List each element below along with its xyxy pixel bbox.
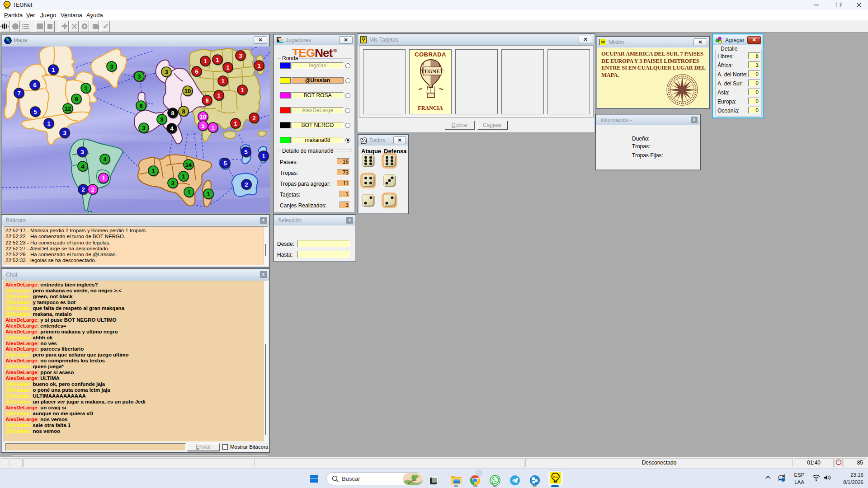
svg-text:6: 6 bbox=[33, 82, 36, 89]
svg-text:8: 8 bbox=[75, 96, 78, 103]
svg-text:8: 8 bbox=[205, 97, 208, 104]
svg-text:8: 8 bbox=[171, 110, 174, 117]
svg-text:4: 4 bbox=[103, 156, 107, 163]
svg-text:TEG: TEG bbox=[552, 475, 558, 478]
svg-text:1: 1 bbox=[257, 62, 260, 69]
svg-text:6: 6 bbox=[195, 68, 198, 75]
svg-text:2: 2 bbox=[91, 186, 94, 193]
svg-text:1: 1 bbox=[52, 66, 55, 73]
svg-text:1: 1 bbox=[241, 87, 244, 94]
svg-text:14: 14 bbox=[185, 161, 192, 168]
svg-text:1: 1 bbox=[187, 189, 190, 196]
svg-text:1: 1 bbox=[216, 56, 219, 63]
svg-text:5: 5 bbox=[244, 149, 247, 155]
svg-text:3: 3 bbox=[171, 180, 174, 187]
svg-text:3: 3 bbox=[80, 149, 84, 155]
svg-text:TEG: TEG bbox=[5, 3, 9, 6]
svg-text:3: 3 bbox=[239, 52, 242, 59]
svg-text:5: 5 bbox=[223, 160, 226, 167]
svg-text:1: 1 bbox=[151, 168, 155, 174]
svg-text:4: 4 bbox=[170, 125, 174, 132]
svg-text:7: 7 bbox=[17, 90, 20, 97]
svg-text:5: 5 bbox=[201, 122, 204, 129]
svg-text:6: 6 bbox=[139, 103, 142, 109]
svg-text:2: 2 bbox=[81, 186, 85, 193]
svg-text:8: 8 bbox=[160, 116, 163, 123]
svg-text:1: 1 bbox=[182, 173, 185, 180]
svg-text:3: 3 bbox=[63, 130, 66, 136]
svg-text:1: 1 bbox=[262, 153, 265, 160]
svg-text:TEGNET: TEGNET bbox=[421, 68, 443, 75]
svg-text:1: 1 bbox=[203, 58, 207, 65]
svg-text:8: 8 bbox=[182, 108, 185, 115]
svg-text:1: 1 bbox=[47, 120, 50, 127]
svg-text:12: 12 bbox=[65, 105, 71, 112]
svg-text:10: 10 bbox=[200, 113, 206, 120]
svg-text:3: 3 bbox=[142, 125, 145, 131]
svg-text:2: 2 bbox=[252, 115, 255, 122]
svg-text:2: 2 bbox=[245, 181, 248, 188]
svg-text:1: 1 bbox=[84, 85, 87, 92]
svg-text:1: 1 bbox=[102, 175, 105, 182]
svg-text:5: 5 bbox=[33, 108, 37, 115]
svg-text:1: 1 bbox=[207, 191, 210, 197]
svg-text:3: 3 bbox=[110, 63, 113, 70]
svg-text:3: 3 bbox=[165, 69, 168, 75]
svg-text:1: 1 bbox=[211, 124, 214, 131]
svg-text:1: 1 bbox=[226, 64, 229, 71]
svg-text:1: 1 bbox=[221, 78, 224, 84]
svg-text:3: 3 bbox=[137, 73, 141, 80]
svg-text:10: 10 bbox=[184, 88, 191, 94]
svg-text:1: 1 bbox=[234, 120, 237, 127]
svg-text:1: 1 bbox=[217, 92, 220, 99]
svg-text:4: 4 bbox=[81, 163, 85, 170]
